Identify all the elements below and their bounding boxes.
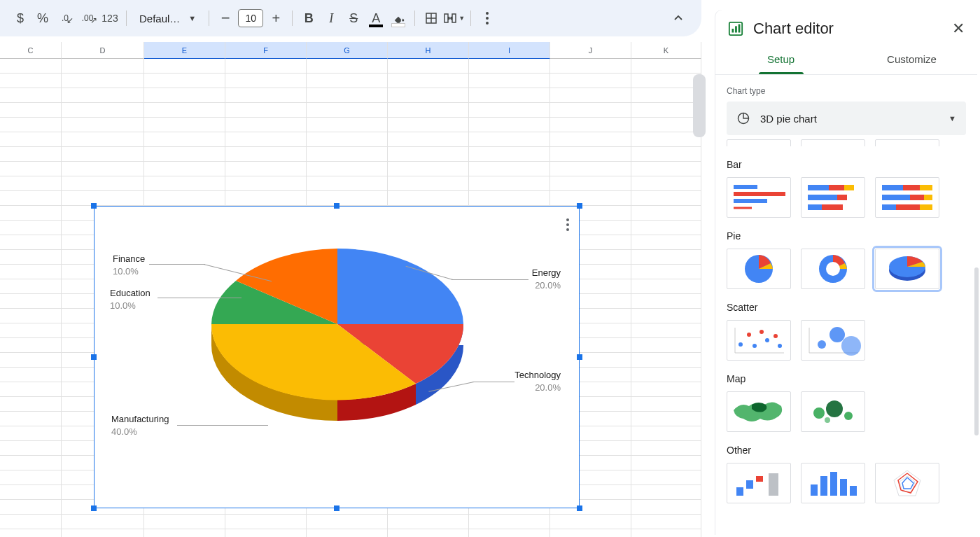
chart-type-thumb-radar[interactable] [875,463,939,503]
svg-rect-3 [738,25,741,33]
increase-decimal-button[interactable]: .00↗ [77,8,98,29]
dropdown-caret-icon: ▼ [188,14,196,22]
vertical-scrollbar[interactable] [693,74,706,137]
chart-type-thumb[interactable] [727,139,791,146]
column-header[interactable]: F [225,42,307,59]
svg-rect-18 [920,185,932,190]
column-header[interactable]: J [550,42,631,59]
pie-chart-icon [736,111,750,125]
chart-type-thumb-bubble[interactable] [801,320,865,361]
decrease-decimal-button[interactable]: .0↙ [55,8,76,29]
chevron-up-icon [673,13,683,23]
chart-type-thumb-3d-pie[interactable] [875,249,939,289]
tab-customize[interactable]: Customize [846,45,977,74]
column-header[interactable]: D [62,42,144,59]
separator [292,11,293,26]
font-size-input[interactable] [238,9,263,27]
slice-label-manufacturing: Manufacturing40.0% [111,413,169,438]
borders-button[interactable] [421,8,442,29]
column-header[interactable]: K [631,42,701,59]
svg-rect-21 [924,195,932,200]
scrollbar-thumb[interactable] [974,267,979,435]
svg-rect-13 [837,195,847,200]
increase-font-button[interactable]: + [265,8,286,29]
resize-handle[interactable] [577,203,582,209]
spreadsheet-grid[interactable]: CDEFGHIJK Energy20.0% Technology20.0 [0,42,701,537]
chart-type-thumb-bar-stacked[interactable] [801,177,865,218]
resize-handle[interactable] [91,354,97,360]
chart-type-thumb-pie[interactable] [727,249,791,289]
svg-point-37 [774,334,778,338]
chart-type-thumb[interactable] [801,139,865,146]
separator [414,11,415,26]
close-sidebar-button[interactable]: ✕ [952,20,965,38]
svg-rect-49 [746,480,753,489]
svg-rect-10 [829,185,844,190]
svg-rect-48 [736,487,743,496]
resize-handle[interactable] [91,505,97,511]
svg-rect-52 [811,484,818,496]
resize-handle[interactable] [91,203,97,209]
svg-rect-16 [882,185,903,190]
resize-handle[interactable] [577,354,582,360]
svg-rect-55 [840,479,847,496]
svg-point-35 [760,330,764,334]
column-header[interactable]: I [469,42,550,59]
svg-point-47 [825,417,830,423]
currency-button[interactable]: $ [10,8,31,29]
leader-line [149,264,205,265]
sidebar-header: Chart editor ✕ [715,10,977,45]
separator [209,11,209,26]
svg-point-46 [844,412,853,420]
column-header[interactable]: G [307,42,388,59]
sidebar-scrollbar[interactable] [973,66,979,514]
chart-editor-sidebar: Chart editor ✕ Setup Customize Chart typ… [715,10,977,535]
more-button[interactable] [477,8,498,29]
chart-type-thumb[interactable] [875,139,939,146]
chart-type-thumb-geo-markers[interactable] [801,391,865,432]
chart-type-thumb-scatter[interactable] [727,320,791,361]
number-format-button[interactable]: 123 [99,8,120,29]
svg-rect-9 [808,185,829,190]
svg-point-32 [738,342,743,347]
sidebar-body: Chart type 3D pie chart ▼ Bar Pie Scatte… [715,75,977,523]
column-header[interactable]: C [0,42,62,59]
resize-handle[interactable] [334,505,340,511]
italic-button[interactable]: I [321,8,342,29]
collapse-toolbar-button[interactable] [668,8,689,29]
svg-point-27 [826,262,840,276]
font-size-control: − + [215,8,286,29]
tab-setup[interactable]: Setup [715,45,846,74]
strikethrough-button[interactable]: S [343,8,364,29]
chart-type-thumb-donut[interactable] [801,249,865,289]
text-color-button[interactable]: A [365,8,386,29]
resize-handle[interactable] [334,203,340,209]
font-family-select[interactable]: Defaul… ▼ [132,13,203,25]
chart-options-button[interactable] [566,216,569,233]
separator [126,11,127,26]
chart-type-thumb-bar-100[interactable] [875,177,939,218]
sidebar-title: Chart editor [753,20,942,38]
svg-rect-20 [910,195,924,200]
svg-point-36 [765,338,769,342]
svg-rect-2 [735,26,737,32]
chart-type-thumb-bar[interactable] [727,177,791,218]
chart-type-thumb-geo[interactable] [727,391,791,432]
column-header[interactable]: H [388,42,469,59]
chart-type-thumb-waterfall[interactable] [727,463,791,503]
embedded-chart[interactable]: Energy20.0% Technology20.0% Manufacturin… [94,206,580,508]
svg-rect-11 [844,185,854,190]
percent-button[interactable]: % [32,8,53,29]
chart-type-dropdown[interactable]: 3D pie chart ▼ [727,102,966,135]
svg-rect-12 [808,195,837,200]
chart-type-thumb-histogram[interactable] [801,463,865,503]
column-header[interactable]: E [144,42,225,59]
resize-handle[interactable] [577,505,582,511]
paint-bucket-icon [392,12,405,25]
bold-button[interactable]: B [298,8,319,29]
fill-color-button[interactable] [388,8,409,29]
svg-rect-19 [882,195,910,200]
svg-rect-53 [820,476,827,496]
merge-cells-button[interactable]: ▼ [443,8,465,29]
decrease-font-button[interactable]: − [215,8,236,29]
